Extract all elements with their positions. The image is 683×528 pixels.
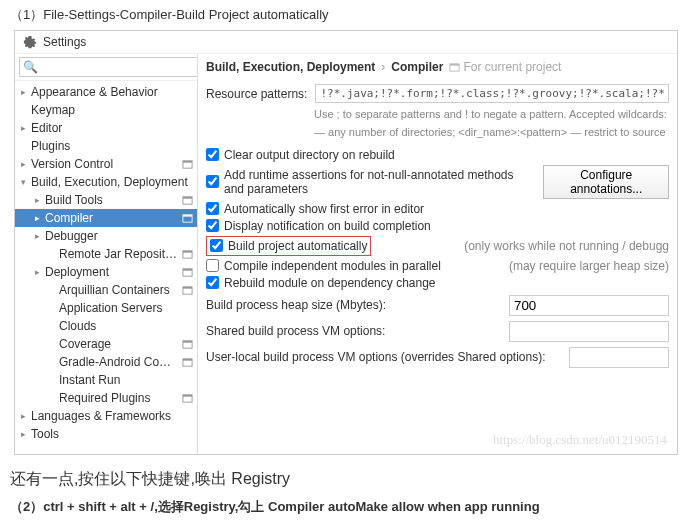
caret-icon: ▸ — [35, 195, 45, 205]
caret-icon: ▸ — [21, 123, 31, 133]
check-hint: (may require larger heap size) — [509, 259, 669, 273]
breadcrumb: Build, Execution, Deployment › Compiler … — [206, 60, 669, 74]
sidebar-item-build-execution-deployment[interactable]: ▾Build, Execution, Deployment — [15, 173, 197, 191]
search-row: 🔍 — [15, 54, 197, 81]
sidebar-item-version-control[interactable]: ▸Version Control — [15, 155, 197, 173]
project-icon — [182, 195, 193, 206]
sidebar-item-remote-jar-repositories[interactable]: Remote Jar Repositories — [15, 245, 197, 263]
check-row: Compile independent modules in parallel(… — [206, 259, 669, 273]
crumb-parent: Build, Execution, Deployment — [206, 60, 375, 74]
patterns-hint-1: Use ; to separate patterns and ! to nega… — [314, 107, 669, 121]
svg-rect-17 — [183, 394, 192, 396]
caret-icon: ▸ — [21, 411, 31, 421]
check-label: Rebuild module on dependency change — [224, 276, 436, 290]
tree-label: Appearance & Behavior — [31, 85, 193, 99]
caret-icon: ▸ — [21, 429, 31, 439]
checkbox-6[interactable] — [206, 276, 219, 289]
resource-patterns-input[interactable] — [315, 84, 669, 103]
crumb-sep-icon: › — [381, 60, 385, 74]
tree-label: Version Control — [31, 157, 179, 171]
sidebar-item-languages-frameworks[interactable]: ▸Languages & Frameworks — [15, 407, 197, 425]
heap-size-label: Build process heap size (Mbytes): — [206, 298, 386, 312]
tree-label: Keymap — [31, 103, 193, 117]
checkbox-1[interactable] — [206, 175, 219, 188]
check-row: Rebuild module on dependency change — [206, 276, 669, 290]
project-icon — [182, 267, 193, 278]
tree-label: Deployment — [45, 265, 179, 279]
tree-label: Instant Run — [59, 373, 193, 387]
sidebar-item-required-plugins[interactable]: Required Plugins — [15, 389, 197, 407]
sidebar: 🔍 ▸Appearance & BehaviorKeymap▸EditorPlu… — [15, 54, 198, 454]
heap-size-input[interactable] — [509, 295, 669, 316]
main-panel: Build, Execution, Deployment › Compiler … — [198, 54, 677, 454]
svg-rect-1 — [183, 160, 192, 162]
settings-tree: ▸Appearance & BehaviorKeymap▸EditorPlugi… — [15, 81, 197, 445]
sidebar-item-instant-run[interactable]: Instant Run — [15, 371, 197, 389]
sidebar-item-gradle-android-compiler[interactable]: Gradle-Android Compiler — [15, 353, 197, 371]
svg-rect-13 — [183, 340, 192, 342]
check-label: Compile independent modules in parallel — [224, 259, 441, 273]
check-hint: (only works while not running / debugg — [464, 239, 669, 253]
tree-label: Languages & Frameworks — [31, 409, 193, 423]
crumb-current: Compiler — [391, 60, 443, 74]
for-current-project: For current project — [449, 60, 561, 74]
sidebar-item-plugins[interactable]: Plugins — [15, 137, 197, 155]
sidebar-item-application-servers[interactable]: Application Servers — [15, 299, 197, 317]
highlight-box: Build project automatically — [206, 236, 371, 256]
tree-label: Gradle-Android Compiler — [59, 355, 179, 369]
caret-icon: ▸ — [21, 159, 31, 169]
sidebar-item-keymap[interactable]: Keymap — [15, 101, 197, 119]
checkbox-4[interactable] — [210, 239, 223, 252]
check-row: Build project automatically(only works w… — [206, 236, 669, 256]
window-header: Settings — [15, 31, 677, 54]
tree-label: Clouds — [59, 319, 193, 333]
sidebar-item-appearance-behavior[interactable]: ▸Appearance & Behavior — [15, 83, 197, 101]
check-label: Automatically show first error in editor — [224, 202, 424, 216]
settings-window: Settings 🔍 ▸Appearance & BehaviorKeymap▸… — [14, 30, 678, 455]
search-icon: 🔍 — [23, 60, 38, 74]
project-icon — [182, 339, 193, 350]
sidebar-item-compiler[interactable]: ▸Compiler — [15, 209, 197, 227]
resource-patterns-label: Resource patterns: — [206, 87, 307, 101]
shared-vm-input[interactable] — [509, 321, 669, 342]
tree-label: Plugins — [31, 139, 193, 153]
caret-icon: ▸ — [21, 87, 31, 97]
sidebar-item-editor[interactable]: ▸Editor — [15, 119, 197, 137]
project-icon — [182, 357, 193, 368]
checkbox-3[interactable] — [206, 219, 219, 232]
sidebar-item-arquillian-containers[interactable]: Arquillian Containers — [15, 281, 197, 299]
shared-vm-label: Shared build process VM options: — [206, 324, 385, 338]
sidebar-item-tools[interactable]: ▸Tools — [15, 425, 197, 443]
svg-rect-5 — [183, 214, 192, 216]
checkbox-0[interactable] — [206, 148, 219, 161]
caret-icon: ▸ — [35, 213, 45, 223]
configure-annotations-button[interactable]: Configure annotations... — [543, 165, 669, 199]
check-label: Clear output directory on rebuild — [224, 148, 395, 162]
sidebar-item-coverage[interactable]: Coverage — [15, 335, 197, 353]
user-vm-input[interactable] — [569, 347, 669, 368]
check-row: Automatically show first error in editor — [206, 202, 669, 216]
search-input[interactable] — [19, 57, 198, 77]
tree-label: Remote Jar Repositories — [59, 247, 179, 261]
user-vm-label: User-local build process VM options (ove… — [206, 350, 546, 364]
checkbox-5[interactable] — [206, 259, 219, 272]
tree-label: Build, Execution, Deployment — [31, 175, 193, 189]
tree-label: Required Plugins — [59, 391, 179, 405]
svg-rect-3 — [183, 196, 192, 198]
tree-label: Tools — [31, 427, 193, 441]
tree-label: Compiler — [45, 211, 179, 225]
checkbox-2[interactable] — [206, 202, 219, 215]
sidebar-item-deployment[interactable]: ▸Deployment — [15, 263, 197, 281]
svg-rect-7 — [183, 250, 192, 252]
sidebar-item-clouds[interactable]: Clouds — [15, 317, 197, 335]
check-row: Clear output directory on rebuild — [206, 148, 669, 162]
sidebar-item-debugger[interactable]: ▸Debugger — [15, 227, 197, 245]
step-2-text: （2）ctrl + shift + alt + /,选择Registry,勾上 … — [10, 498, 673, 516]
project-icon — [449, 62, 460, 73]
tree-label: Debugger — [45, 229, 193, 243]
watermark: https://blog.csdn.net/u012190514 — [493, 432, 667, 448]
project-icon — [182, 393, 193, 404]
project-icon — [182, 249, 193, 260]
sidebar-item-build-tools[interactable]: ▸Build Tools — [15, 191, 197, 209]
project-icon — [182, 285, 193, 296]
